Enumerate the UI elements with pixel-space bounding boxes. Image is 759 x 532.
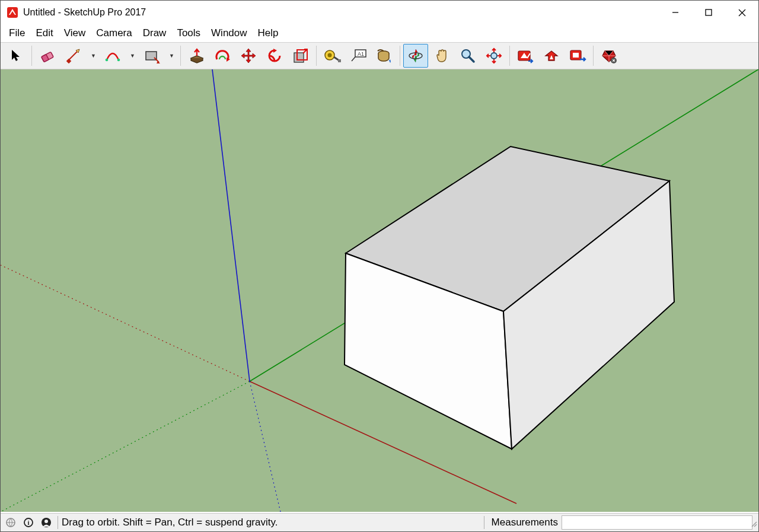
dropdown-icon: ▼ <box>169 53 174 59</box>
measurements-label: Measurements <box>488 517 562 528</box>
svg-text:i: i <box>27 519 29 526</box>
close-button[interactable] <box>725 1 758 24</box>
tool-select[interactable] <box>4 44 28 68</box>
tool-pan[interactable] <box>429 44 454 68</box>
status-bar: i Drag to orbit. Shift = Pan, Ctrl = sus… <box>1 513 758 531</box>
maximize-button[interactable] <box>692 1 725 24</box>
menu-bar: File Edit View Camera Draw Tools Window … <box>1 24 758 42</box>
menu-file[interactable]: File <box>4 26 30 40</box>
credits-icon[interactable]: i <box>21 515 36 530</box>
dropdown-icon: ▼ <box>130 53 135 59</box>
tool-rectangle[interactable]: ▼ <box>139 44 177 68</box>
tool-line[interactable]: ▼ <box>61 44 99 68</box>
menu-tools[interactable]: Tools <box>172 26 205 40</box>
menu-help[interactable]: Help <box>253 26 283 40</box>
measurements-input[interactable] <box>562 515 752 530</box>
tool-tape-measure[interactable] <box>320 44 345 68</box>
tool-pushpull[interactable] <box>184 44 209 68</box>
svg-point-21 <box>491 53 497 59</box>
menu-edit[interactable]: Edit <box>31 26 58 40</box>
toolbar-separator <box>593 46 594 66</box>
tool-extension-warehouse[interactable] <box>565 44 590 68</box>
tool-move[interactable] <box>236 44 261 68</box>
tool-orbit[interactable] <box>403 44 428 68</box>
tool-zoom[interactable] <box>455 44 480 68</box>
tool-zoom-extents[interactable] <box>481 44 506 68</box>
toolbar-separator <box>31 46 32 66</box>
main-toolbar: ▼ ▼ ▼ <box>1 42 758 69</box>
menu-camera[interactable]: Camera <box>91 26 136 40</box>
tool-3d-warehouse-get[interactable] <box>513 44 538 68</box>
app-window: Untitled - SketchUp Pro 2017 File Edit V… <box>0 0 759 532</box>
tool-scale[interactable] <box>288 44 313 68</box>
minimize-button[interactable] <box>659 1 692 24</box>
tool-paint-bucket[interactable] <box>372 44 397 68</box>
status-separator <box>58 516 58 529</box>
tool-eraser[interactable] <box>35 44 60 68</box>
tool-3d-warehouse-share[interactable] <box>539 44 564 68</box>
svg-point-9 <box>117 59 120 62</box>
svg-point-38 <box>44 520 48 523</box>
svg-rect-2 <box>706 9 712 15</box>
toolbar-separator <box>316 46 317 66</box>
profile-icon[interactable] <box>39 515 54 530</box>
tool-text[interactable]: A1 <box>346 44 371 68</box>
svg-rect-7 <box>66 59 71 63</box>
title-bar: Untitled - SketchUp Pro 2017 <box>1 1 758 24</box>
tool-ruby-console[interactable] <box>597 44 621 68</box>
svg-rect-11 <box>294 53 304 62</box>
svg-point-8 <box>106 59 109 62</box>
menu-window[interactable]: Window <box>206 26 251 40</box>
tool-arc[interactable]: ▼ <box>100 44 138 68</box>
toolbar-separator <box>400 46 400 66</box>
svg-text:A1: A1 <box>358 51 364 57</box>
tool-offset[interactable] <box>210 44 235 68</box>
status-hint: Drag to orbit. Shift = Pan, Ctrl = suspe… <box>62 517 480 528</box>
resize-grip-icon[interactable] <box>750 518 757 530</box>
svg-rect-24 <box>573 53 579 58</box>
menu-draw[interactable]: Draw <box>138 26 171 40</box>
menu-view[interactable]: View <box>59 26 91 40</box>
tool-rotate[interactable] <box>262 44 287 68</box>
3d-viewport[interactable] <box>1 69 758 513</box>
geolocation-icon[interactable] <box>3 515 18 530</box>
toolbar-separator <box>509 46 510 66</box>
window-title: Untitled - SketchUp Pro 2017 <box>23 7 146 18</box>
status-separator <box>484 516 484 529</box>
toolbar-separator <box>180 46 181 66</box>
svg-rect-15 <box>338 59 341 62</box>
svg-point-14 <box>328 53 332 58</box>
sketchup-app-icon <box>7 7 18 18</box>
dropdown-icon: ▼ <box>91 53 96 59</box>
